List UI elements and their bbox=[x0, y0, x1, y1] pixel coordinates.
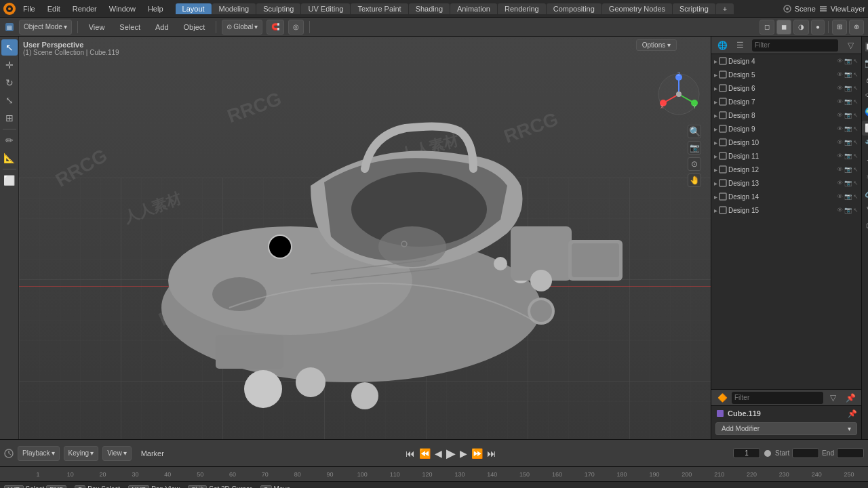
tab-scripting[interactable]: Scripting bbox=[673, 3, 715, 14]
eye-icon-9[interactable]: 👁 bbox=[837, 125, 843, 132]
prop-filter-btn[interactable]: ▽ bbox=[825, 390, 841, 406]
viewport[interactable]: RRCG RRCG RRCG RRCG RRCG RRCG 人人素材 人人素材 … bbox=[19, 37, 711, 439]
zoom-fit-button[interactable]: ⊙ bbox=[688, 157, 701, 171]
tab-layout[interactable]: Layout bbox=[176, 3, 212, 14]
zoom-camera-button[interactable]: 📷 bbox=[688, 141, 701, 155]
render-icon-5[interactable]: 📷 bbox=[844, 71, 852, 78]
prop-object-btn-icon[interactable]: ⬜ bbox=[862, 121, 868, 136]
viewport-options-button[interactable]: Options ▾ bbox=[636, 39, 677, 51]
tab-add[interactable]: + bbox=[716, 3, 734, 14]
eye-icon-11[interactable]: 👁 bbox=[837, 152, 843, 159]
jump-start-btn[interactable]: ⏮ bbox=[404, 447, 416, 460]
scale-tool[interactable]: ⤡ bbox=[1, 92, 18, 108]
select-icon-9[interactable]: ↖ bbox=[853, 125, 859, 132]
eye-icon-6[interactable]: 👁 bbox=[837, 85, 843, 92]
rotate-tool[interactable]: ↻ bbox=[1, 75, 18, 91]
eye-icon-15[interactable]: 👁 bbox=[837, 207, 843, 214]
render-icon-12[interactable]: 📷 bbox=[844, 166, 852, 173]
eye-icon-7[interactable]: 👁 bbox=[837, 98, 843, 105]
menu-render[interactable]: Render bbox=[67, 3, 102, 14]
prev-keyframe-btn[interactable]: ◀ bbox=[433, 447, 443, 460]
outliner-item-design4[interactable]: ▸ Design 4 👁 📷 ↖ bbox=[711, 54, 861, 68]
select-icon-8[interactable]: ↖ bbox=[853, 112, 859, 119]
jump-end-btn[interactable]: ⏭ bbox=[486, 447, 498, 460]
add-modifier-button[interactable]: Add Modifier ▾ bbox=[715, 422, 857, 435]
proportional-edit-button[interactable]: ◎ bbox=[288, 20, 304, 35]
prop-particles-btn-icon[interactable]: ✦ bbox=[862, 153, 868, 168]
menu-help[interactable]: Help bbox=[142, 3, 169, 14]
mode-dropdown[interactable]: Object Mode ▾ bbox=[19, 20, 72, 35]
select-icon-11[interactable]: ↖ bbox=[853, 152, 859, 159]
zoom-lock-button[interactable]: 🤚 bbox=[688, 174, 701, 187]
move-tool[interactable]: ✛ bbox=[1, 57, 18, 73]
prop-modifiers-btn-icon[interactable]: 🔧 bbox=[862, 137, 868, 152]
next-frame-btn[interactable]: ⏩ bbox=[470, 447, 484, 460]
outliner-item-design11[interactable]: ▸ Design 11 👁 📷 ↖ bbox=[711, 149, 861, 163]
eye-icon[interactable]: 👁 bbox=[837, 58, 843, 64]
select-icon[interactable]: ↖ bbox=[853, 58, 859, 64]
menu-file[interactable]: File bbox=[18, 3, 41, 14]
add-cube-tool[interactable]: ⬜ bbox=[1, 172, 18, 188]
prop-data-btn-icon[interactable]: ▽ bbox=[862, 202, 868, 217]
outliner-item-design12[interactable]: ▸ Design 12 👁 📷 ↖ bbox=[711, 163, 861, 176]
render-icon-13[interactable]: 📷 bbox=[844, 180, 852, 186]
measure-tool[interactable]: 📐 bbox=[1, 150, 18, 166]
prop-material-btn-icon[interactable]: ⬡ bbox=[862, 218, 868, 233]
viewport-shading-wire[interactable]: ◻ bbox=[760, 20, 774, 35]
prop-output-btn-icon[interactable]: 🖨 bbox=[862, 72, 868, 87]
timeline-marker-menu[interactable]: Marker bbox=[136, 448, 170, 459]
outliner-item-design6[interactable]: ▸ Design 6 👁 📷 ↖ bbox=[711, 81, 861, 95]
prop-scene-btn-icon[interactable]: 🔲 bbox=[862, 39, 868, 54]
transform-tool[interactable]: ⊞ bbox=[1, 110, 18, 126]
outliner-item-design5[interactable]: ▸ Design 5 👁 📷 ↖ bbox=[711, 68, 861, 81]
header-object[interactable]: Object bbox=[178, 22, 211, 33]
annotate-tool[interactable]: ✏ bbox=[1, 132, 18, 148]
prop-scene-btn[interactable]: 🔶 bbox=[714, 390, 730, 406]
viewport-shading-solid[interactable]: ◼ bbox=[776, 20, 791, 35]
start-frame-input[interactable]: 1 bbox=[792, 448, 819, 458]
select-icon-6[interactable]: ↖ bbox=[853, 85, 859, 92]
end-frame-input[interactable]: 250 bbox=[837, 448, 864, 458]
tab-animation[interactable]: Animation bbox=[450, 3, 497, 14]
outliner-scene-btn[interactable]: 🌐 bbox=[714, 37, 730, 54]
select-icon-13[interactable]: ↖ bbox=[853, 180, 859, 186]
outliner-item-design13[interactable]: ▸ Design 13 👁 📷 ↖ bbox=[711, 176, 861, 190]
viewport-shading-material[interactable]: ◑ bbox=[793, 20, 809, 35]
viewport-shading-render[interactable]: ● bbox=[811, 20, 825, 35]
render-icon-15[interactable]: 📷 bbox=[844, 207, 852, 214]
cursor-tool[interactable]: ↖ bbox=[1, 39, 18, 56]
outliner-filter-btn[interactable]: ☰ bbox=[732, 37, 748, 54]
header-view[interactable]: View bbox=[83, 22, 111, 33]
prop-pin-btn[interactable]: 📌 bbox=[842, 390, 859, 406]
render-icon-10[interactable]: 📷 bbox=[844, 139, 852, 146]
timeline-view-dropdown[interactable]: View ▾ bbox=[102, 446, 132, 461]
overlay-button[interactable]: ⊞ bbox=[832, 20, 847, 35]
prop-view-btn-icon[interactable]: 👁 bbox=[862, 88, 868, 103]
header-select[interactable]: Select bbox=[114, 22, 146, 33]
select-icon-7[interactable]: ↖ bbox=[853, 98, 859, 105]
tab-texture-paint[interactable]: Texture Paint bbox=[351, 3, 408, 14]
outliner-search-input[interactable] bbox=[752, 39, 838, 52]
eye-icon-13[interactable]: 👁 bbox=[837, 180, 843, 186]
prop-render-btn-icon[interactable]: 📷 bbox=[862, 56, 868, 70]
tab-compositing[interactable]: Compositing bbox=[547, 3, 601, 14]
outliner-item-design9[interactable]: ▸ Design 9 👁 📷 ↖ bbox=[711, 122, 861, 136]
outliner-filter-icon[interactable]: ▽ bbox=[842, 37, 859, 54]
header-add[interactable]: Add bbox=[150, 22, 174, 33]
playback-dropdown[interactable]: Playback ▾ bbox=[18, 446, 60, 461]
prev-frame-btn[interactable]: ⏪ bbox=[418, 447, 432, 460]
eye-icon-8[interactable]: 👁 bbox=[837, 112, 843, 119]
tab-modeling[interactable]: Modeling bbox=[212, 3, 256, 14]
current-frame-input[interactable]: 1 bbox=[733, 448, 760, 458]
outliner-item-design8[interactable]: ▸ Design 8 👁 📷 ↖ bbox=[711, 108, 861, 122]
outliner-item-design14[interactable]: ▸ Design 14 👁 📷 ↖ bbox=[711, 190, 861, 203]
render-icon-9[interactable]: 📷 bbox=[844, 125, 852, 132]
prop-constraints-btn-icon[interactable]: 🔗 bbox=[862, 186, 868, 201]
menu-edit[interactable]: Edit bbox=[42, 3, 66, 14]
prop-physics-btn-icon[interactable]: ⚛ bbox=[862, 169, 868, 184]
outliner-item-design10[interactable]: ▸ Design 10 👁 📷 ↖ bbox=[711, 136, 861, 149]
render-icon-8[interactable]: 📷 bbox=[844, 112, 852, 119]
select-icon-15[interactable]: ↖ bbox=[853, 207, 859, 214]
render-icon-11[interactable]: 📷 bbox=[844, 152, 852, 159]
tab-sculpting[interactable]: Sculpting bbox=[256, 3, 300, 14]
